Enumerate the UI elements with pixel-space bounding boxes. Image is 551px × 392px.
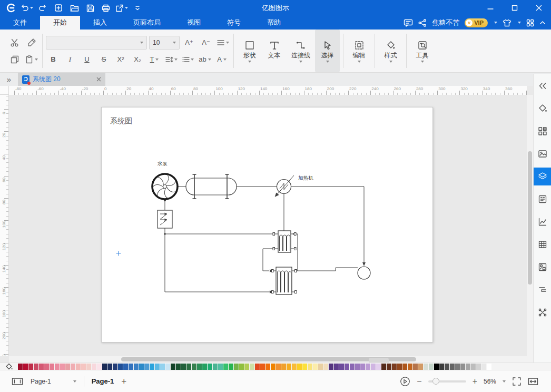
zoom-slider[interactable] bbox=[428, 380, 466, 383]
apps-grid-icon[interactable] bbox=[526, 19, 534, 27]
text-button[interactable]: 文本 bbox=[262, 30, 287, 72]
play-icon[interactable] bbox=[400, 376, 410, 387]
color-swatch[interactable] bbox=[260, 364, 265, 370]
format-painter-icon[interactable] bbox=[24, 36, 39, 50]
print-icon[interactable] bbox=[99, 2, 113, 14]
color-swatch[interactable] bbox=[487, 364, 491, 370]
collapse-panel-icon[interactable] bbox=[534, 77, 551, 95]
color-swatch[interactable] bbox=[28, 364, 33, 370]
color-swatch[interactable] bbox=[71, 364, 75, 370]
color-swatch[interactable] bbox=[171, 364, 175, 370]
color-swatch[interactable] bbox=[281, 364, 286, 370]
pump-symbol[interactable] bbox=[152, 174, 178, 199]
note-icon[interactable] bbox=[534, 190, 551, 208]
outline-icon[interactable] bbox=[534, 281, 551, 299]
menu-tab-symbols[interactable]: 符号 bbox=[214, 16, 254, 30]
color-swatch[interactable] bbox=[39, 364, 44, 370]
color-swatch[interactable] bbox=[92, 364, 96, 370]
color-swatch[interactable] bbox=[102, 364, 107, 370]
color-swatch[interactable] bbox=[244, 364, 249, 370]
minimize-icon[interactable] bbox=[478, 0, 503, 16]
tools-button[interactable]: 工具 bbox=[410, 30, 435, 72]
color-swatch[interactable] bbox=[165, 364, 170, 370]
menu-tab-pagelayout[interactable]: 页面布局 bbox=[120, 16, 174, 30]
underline-button[interactable]: U bbox=[80, 53, 94, 66]
color-swatch[interactable] bbox=[113, 364, 117, 370]
collapse-ribbon-icon[interactable] bbox=[539, 21, 546, 25]
paste-icon[interactable] bbox=[24, 53, 39, 66]
style-button[interactable]: 样式 bbox=[378, 30, 403, 72]
subscript-button[interactable]: X₂ bbox=[130, 53, 145, 66]
bullet-list-button[interactable] bbox=[181, 53, 195, 66]
share-icon[interactable] bbox=[418, 19, 427, 27]
color-swatch[interactable] bbox=[334, 364, 339, 370]
color-swatch[interactable] bbox=[118, 364, 123, 370]
page-tab[interactable]: Page-1 bbox=[92, 377, 114, 385]
feedback-icon[interactable] bbox=[404, 19, 413, 27]
color-swatch[interactable] bbox=[134, 364, 139, 370]
export-icon[interactable] bbox=[115, 2, 129, 14]
color-swatch[interactable] bbox=[376, 364, 381, 370]
text-style-caret[interactable] bbox=[155, 58, 159, 61]
color-swatch[interactable] bbox=[239, 364, 244, 370]
radiator-1-symbol[interactable] bbox=[273, 231, 296, 252]
fit-window-icon[interactable] bbox=[528, 377, 538, 386]
image-icon[interactable] bbox=[534, 145, 551, 163]
color-swatch[interactable] bbox=[192, 364, 196, 370]
color-swatch[interactable] bbox=[150, 364, 154, 370]
undo-icon[interactable] bbox=[20, 2, 34, 14]
color-swatch[interactable] bbox=[460, 364, 465, 370]
color-swatch[interactable] bbox=[287, 364, 291, 370]
italic-button[interactable]: I bbox=[63, 53, 77, 66]
vip-badge[interactable]: v VIP bbox=[465, 18, 488, 27]
connector-lines[interactable] bbox=[165, 187, 364, 292]
drawing-page[interactable]: 系统图 水泵 加热机 bbox=[101, 107, 433, 342]
clipart-icon[interactable] bbox=[534, 258, 551, 276]
color-swatch[interactable] bbox=[439, 364, 444, 370]
color-swatch[interactable] bbox=[34, 364, 38, 370]
menu-tab-view[interactable]: 视图 bbox=[174, 16, 214, 30]
color-swatch[interactable] bbox=[81, 364, 86, 370]
text-style-button[interactable]: T bbox=[147, 53, 162, 66]
color-swatch[interactable] bbox=[292, 364, 297, 370]
color-swatch[interactable] bbox=[313, 364, 318, 370]
zoom-level[interactable]: 56% bbox=[484, 378, 496, 385]
color-swatch[interactable] bbox=[129, 364, 133, 370]
color-swatch[interactable] bbox=[445, 364, 449, 370]
color-swatch[interactable] bbox=[123, 364, 128, 370]
color-swatch[interactable] bbox=[345, 364, 349, 370]
menu-tab-insert[interactable]: 插入 bbox=[80, 16, 120, 30]
color-swatch[interactable] bbox=[55, 364, 60, 370]
color-swatch[interactable] bbox=[387, 364, 391, 370]
color-swatch[interactable] bbox=[302, 364, 307, 370]
color-swatch[interactable] bbox=[408, 364, 412, 370]
pump-label[interactable]: 水泵 bbox=[157, 161, 168, 166]
theme-dropdown-caret[interactable] bbox=[518, 22, 521, 24]
color-swatch[interactable] bbox=[466, 364, 470, 370]
color-swatch[interactable] bbox=[65, 364, 70, 370]
diagram-title[interactable]: 系统图 bbox=[110, 116, 132, 125]
vertical-scrollbar[interactable] bbox=[527, 95, 533, 362]
connector-dropdown-caret[interactable] bbox=[299, 61, 302, 63]
menu-tab-home[interactable]: 开始 bbox=[40, 16, 80, 30]
color-swatch[interactable] bbox=[429, 364, 434, 370]
color-swatch[interactable] bbox=[76, 364, 81, 370]
color-swatch[interactable] bbox=[424, 364, 428, 370]
color-swatch[interactable] bbox=[50, 364, 54, 370]
connector-button[interactable]: 连接线 bbox=[287, 30, 315, 72]
color-swatch[interactable] bbox=[202, 364, 207, 370]
menu-tab-help[interactable]: 帮助 bbox=[254, 16, 294, 30]
color-swatch[interactable] bbox=[339, 364, 344, 370]
maximize-icon[interactable] bbox=[503, 0, 527, 16]
menu-tab-file[interactable]: 文件 bbox=[0, 16, 40, 30]
color-swatch[interactable] bbox=[397, 364, 402, 370]
add-page-button[interactable]: + bbox=[121, 376, 126, 387]
horizontal-scrollbar[interactable] bbox=[9, 356, 527, 362]
font-color-caret[interactable] bbox=[223, 58, 227, 61]
canvas[interactable]: 系统图 水泵 加热机 bbox=[9, 95, 527, 356]
page-selector[interactable]: Page-1 bbox=[31, 378, 76, 385]
char-spacing-button[interactable]: ab bbox=[198, 53, 212, 66]
new-icon[interactable] bbox=[52, 2, 65, 14]
align-button[interactable] bbox=[215, 36, 230, 50]
color-swatch[interactable] bbox=[371, 364, 376, 370]
